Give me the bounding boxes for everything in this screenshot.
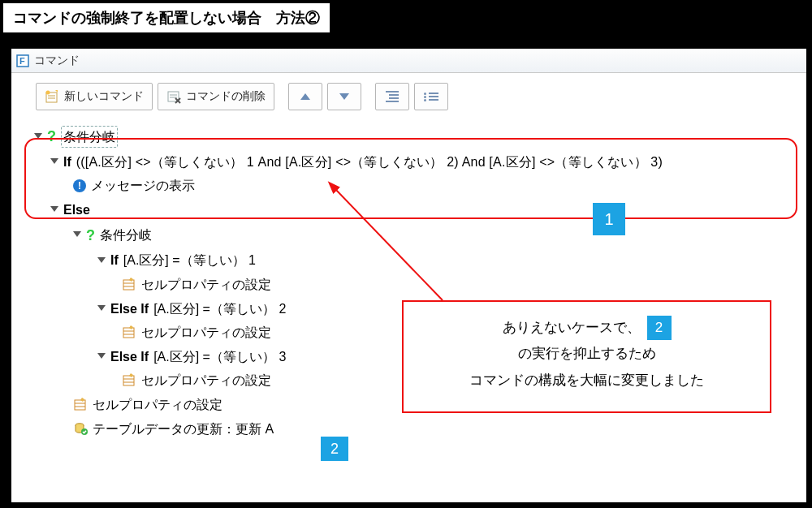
window-title: コマンド [34,54,80,68]
indent-button[interactable] [414,83,448,110]
root-label: 条件分岐 [61,126,118,149]
cellprop-label: セルプロパティの設定 [93,394,222,415]
svg-text:F: F [19,56,25,66]
if2-condition: [A.区分] =（等しい） 1 [123,250,256,271]
callout-line2: の実行を抑止するため [418,341,755,367]
elseif-keyword: Else If [110,299,149,320]
annotation-badge-2-callout: 2 [647,316,672,340]
caption-text: コマンドの強制終了を配置しない場合 方法② [13,10,320,26]
else-keyword: Else [63,200,90,221]
expand-icon[interactable] [50,158,58,164]
svg-rect-24 [75,400,85,410]
inner-branch-node[interactable]: ? 条件分岐 [34,222,790,249]
expand-icon[interactable] [50,206,58,212]
new-icon [45,89,59,104]
new-command-label: 新しいコマンド [64,89,144,104]
toolbar: 新しいコマンド コマンドの削除 [11,73,806,120]
cellprop-icon [122,325,136,340]
update-label: テーブルデータの更新：更新 A [93,419,274,440]
new-command-button[interactable]: 新しいコマンド [36,83,153,110]
arrow-down-icon [339,93,349,100]
msg-label: メッセージの表示 [91,175,195,196]
annotation-badge-1: 1 [593,203,625,235]
outdent-icon [386,89,399,104]
condition-icon: ? [47,125,56,149]
caption-box: コマンドの強制終了を配置しない場合 方法② [2,2,331,34]
if2-node[interactable]: If [A.区分] =（等しい） 1 [34,248,790,273]
callout-box: ありえないケースで、 2 の実行を抑止するため コマンドの構成を大幅に変更しまし… [402,300,771,413]
expand-icon[interactable] [97,257,106,263]
toolbar-separator [368,83,369,110]
cellprop-label: セルプロパティの設定 [141,322,271,343]
if-node[interactable]: If (([A.区分] <>（等しくない） 1 And [A.区分] <>（等し… [34,150,790,174]
callout-line3: コマンドの構成を大幅に変更しました [418,368,755,394]
outdent-button[interactable] [375,83,409,110]
if2-keyword: If [110,250,119,271]
badge-text: 2 [330,441,339,458]
delete-command-label: コマンドの削除 [186,89,266,104]
app-icon: F [16,54,29,67]
command-window: F コマンド 新しいコマンド コマンドの削除 ? [10,47,808,504]
svg-rect-20 [123,376,134,385]
indent-icon [424,92,438,102]
if-condition: (([A.区分] <>（等しくない） 1 And [A.区分] <>（等しくない… [76,152,663,173]
cellprop-node-1[interactable]: セルプロパティの設定 [34,273,790,297]
delete-icon [166,89,181,104]
elseif-keyword: Else If [110,347,149,368]
cellprop-icon [122,373,136,388]
arrow-up-icon [300,93,310,100]
if-keyword: If [63,152,71,173]
expand-icon[interactable] [34,133,42,139]
cellprop-label: セルプロパティの設定 [141,370,271,391]
elseif2-condition: [A.区分] =（等しい） 3 [153,347,286,368]
update-node[interactable]: テーブルデータの更新：更新 A [34,417,790,441]
expand-icon[interactable] [97,305,106,311]
callout-line1: ありえないケースで、 [503,315,641,341]
expand-icon[interactable] [73,231,81,237]
else-node[interactable]: Else [34,198,790,222]
window-titlebar: F コマンド [11,49,806,73]
cellprop-label: セルプロパティの設定 [141,274,271,295]
move-down-button[interactable] [327,83,361,110]
cellprop-icon [73,398,88,412]
svg-rect-16 [123,328,134,338]
msg-node[interactable]: ! メッセージの表示 [34,174,790,198]
elseif1-condition: [A.区分] =（等しい） 2 [153,299,286,320]
svg-rect-12 [123,280,134,290]
cellprop-icon [122,278,136,292]
move-up-button[interactable] [288,83,322,110]
svg-point-6 [46,91,50,95]
info-icon: ! [73,179,86,192]
annotation-badge-2-inline: 2 [321,437,348,461]
database-icon [73,421,88,436]
badge-text: 1 [604,210,613,229]
tree-root[interactable]: ? 条件分岐 [34,123,790,150]
delete-command-button[interactable]: コマンドの削除 [158,83,274,110]
toolbar-separator [281,83,282,110]
expand-icon[interactable] [97,353,106,359]
condition-icon: ? [86,224,95,248]
inner-branch-label: 条件分岐 [100,225,152,246]
